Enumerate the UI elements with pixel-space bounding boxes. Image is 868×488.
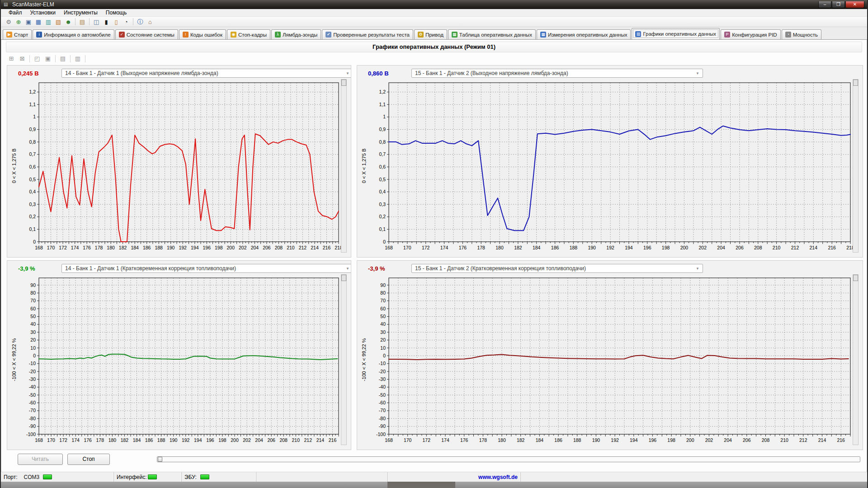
- svg-text:196: 196: [649, 437, 657, 443]
- statusbar-spacer: [521, 472, 867, 482]
- menu-file[interactable]: Файл: [5, 9, 26, 16]
- svg-text:10: 10: [380, 345, 386, 351]
- svg-text:0,3: 0,3: [379, 202, 386, 207]
- tab-power[interactable]: ◔Мощность: [782, 29, 821, 39]
- pid-selector[interactable]: 15 - Банк 1 - Датчик 2 (Выходное напряже…: [411, 69, 703, 78]
- system-status-icon: ✓: [119, 32, 125, 38]
- chart-scrollbar[interactable]: [853, 274, 859, 445]
- tab-freeze-frames[interactable]: ◉Стоп-кадры: [227, 29, 270, 39]
- chart-scrollbar[interactable]: [341, 79, 347, 253]
- connect-icon[interactable]: ⚙: [4, 18, 14, 26]
- gauge-icon[interactable]: ◔: [121, 18, 131, 26]
- tab-system-status[interactable]: ✓Состояние системы: [115, 29, 178, 39]
- tab-vehicle-info[interactable]: iИнформация о автомобиле: [33, 29, 114, 39]
- chart-icon[interactable]: ▥: [43, 18, 53, 26]
- tab-live-data-graphs[interactable]: ▥Графики оперативных данных: [632, 28, 720, 39]
- port-status-segment: Порт: COM3: [1, 472, 114, 482]
- svg-text:-70: -70: [29, 408, 36, 413]
- save-icon[interactable]: ▣: [42, 54, 53, 63]
- user-icon[interactable]: ☻: [63, 18, 73, 26]
- info-icon[interactable]: Ⓘ: [135, 18, 145, 26]
- tab-pid-config[interactable]: PКонфигурация PID: [721, 29, 781, 39]
- start-icon: ▶: [6, 32, 12, 38]
- open-icon[interactable]: ◰: [32, 54, 42, 63]
- svg-text:186: 186: [145, 437, 153, 443]
- chart-scrollbar[interactable]: [853, 79, 859, 253]
- toolbar-separator: [85, 55, 85, 62]
- scrollbar-thumb[interactable]: [341, 80, 346, 86]
- svg-text:168: 168: [35, 245, 43, 250]
- print-icon[interactable]: ▤: [57, 54, 68, 63]
- scrollbar-thumb[interactable]: [341, 275, 346, 281]
- website-link[interactable]: www.wgsoft.de: [478, 474, 518, 480]
- svg-text:214: 214: [810, 245, 818, 250]
- chart-value: -3,9 %: [18, 265, 61, 272]
- image-icon[interactable]: ▧: [53, 18, 63, 26]
- tab-start[interactable]: ▶Старт: [3, 29, 32, 39]
- menu-tools[interactable]: Инструменты: [60, 9, 102, 16]
- svg-text:0,1: 0,1: [29, 226, 36, 232]
- error-codes-icon: !: [183, 32, 189, 38]
- add-graph-icon[interactable]: ⊞: [6, 54, 17, 63]
- svg-text:216: 216: [828, 245, 836, 250]
- svg-text:70: 70: [30, 298, 36, 303]
- svg-text:1,2: 1,2: [29, 89, 36, 94]
- progress-trackbar[interactable]: [157, 456, 860, 462]
- svg-text:174: 174: [440, 245, 448, 250]
- port-value: COM3: [24, 474, 40, 480]
- save-report-icon[interactable]: ▣: [24, 18, 33, 26]
- tab-live-data-measurements[interactable]: ▦Измерения оперативных данных: [537, 29, 631, 39]
- svg-text:176: 176: [83, 245, 91, 250]
- clipboard-icon[interactable]: ▤: [77, 18, 87, 26]
- minimize-button[interactable]: –: [818, 1, 831, 8]
- svg-text:198: 198: [215, 245, 223, 250]
- exit-icon[interactable]: ⌂: [145, 18, 155, 26]
- pid-selector[interactable]: 14 - Банк 1 - Датчик 1 (Выходное напряже…: [61, 69, 351, 78]
- menu-settings[interactable]: Установки: [26, 9, 60, 16]
- export-icon[interactable]: ▥: [72, 54, 83, 63]
- remove-graph-icon[interactable]: ⊠: [17, 54, 28, 63]
- drive-icon: ⚙: [418, 32, 424, 38]
- pid-selector[interactable]: 14 - Банк 1 - Датчик 1 (Кратковременная …: [61, 264, 351, 273]
- svg-text:206: 206: [736, 245, 744, 250]
- svg-text:0: 0: [33, 353, 36, 358]
- svg-text:172: 172: [422, 245, 430, 250]
- tab-live-data-table[interactable]: ▦Таблица оперативных данных: [448, 29, 536, 39]
- maximize-button[interactable]: ❐: [832, 1, 845, 8]
- svg-text:20: 20: [30, 337, 36, 343]
- globe-icon[interactable]: ⊕: [14, 18, 24, 26]
- scrollbar-thumb[interactable]: [853, 275, 858, 281]
- freeze-frames-icon: ◉: [231, 32, 236, 38]
- terminal-icon[interactable]: ▮: [101, 18, 111, 26]
- chart-value: -3,9 %: [368, 265, 411, 272]
- svg-text:212: 212: [299, 245, 307, 250]
- svg-text:0,6: 0,6: [29, 164, 36, 169]
- search-window-icon[interactable]: ◫: [91, 18, 101, 26]
- stop-button[interactable]: Стоп: [67, 454, 110, 465]
- battery-icon[interactable]: ▯: [111, 18, 121, 26]
- svg-text:-60: -60: [29, 400, 36, 405]
- tab-test-results[interactable]: ✔Проверенные результаты теста: [322, 29, 413, 39]
- svg-text:30: 30: [30, 329, 36, 335]
- svg-text:80: 80: [30, 290, 36, 296]
- svg-text:212: 212: [799, 437, 807, 443]
- data-table-icon[interactable]: ▦: [33, 18, 43, 26]
- tab-lambda-sensors[interactable]: λЛямбда-зонды: [271, 29, 321, 39]
- svg-text:170: 170: [47, 437, 55, 443]
- svg-text:0,9: 0,9: [379, 127, 386, 132]
- ecu-status-segment: ЭБУ:: [182, 472, 256, 482]
- menu-help[interactable]: Помощь: [102, 9, 131, 16]
- tab-error-codes[interactable]: !Коды ошибок: [179, 29, 226, 39]
- pid-selector[interactable]: 15 - Банк 1 - Датчик 2 (Кратковременная …: [411, 264, 703, 273]
- trackbar-thumb[interactable]: [158, 457, 162, 462]
- read-button[interactable]: Читать: [18, 454, 63, 465]
- svg-text:-30: -30: [379, 376, 386, 382]
- svg-text:192: 192: [179, 245, 187, 250]
- scrollbar-thumb[interactable]: [853, 80, 858, 86]
- close-button[interactable]: ✕: [845, 1, 864, 8]
- svg-text:-50: -50: [29, 392, 36, 398]
- tab-drive[interactable]: ⚙Привод: [414, 29, 447, 39]
- chart-value: 0,860 В: [368, 70, 411, 77]
- svg-text:60: 60: [380, 306, 386, 311]
- chart-scrollbar[interactable]: [341, 274, 347, 445]
